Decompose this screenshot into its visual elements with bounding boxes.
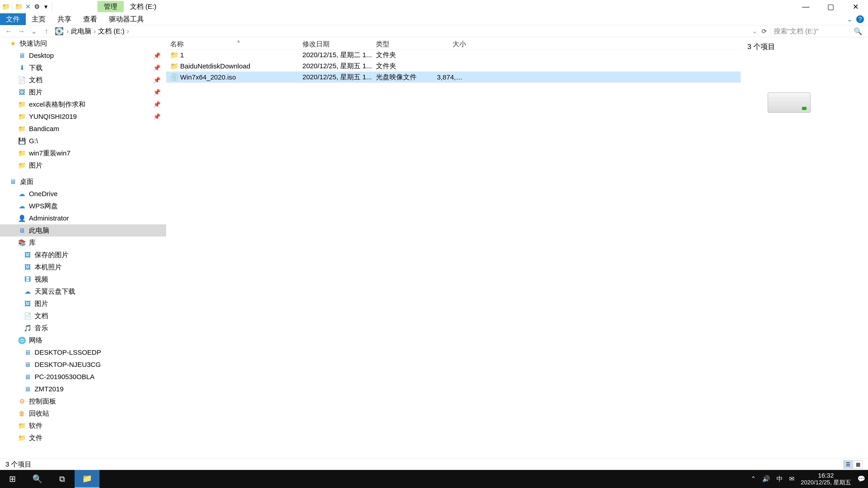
nav-quick-item[interactable]: 📄文档📌: [0, 74, 166, 86]
nav-quick-item[interactable]: 💾G:\: [0, 135, 166, 147]
title-location: 文档 (E:): [124, 1, 163, 12]
nav-library-item[interactable]: 🎵音乐: [0, 322, 166, 334]
nav-item[interactable]: ⚙控制面板: [0, 395, 166, 408]
nav-quick-item[interactable]: 📁Bandicam: [0, 123, 166, 135]
nav-item[interactable]: 📁文件: [0, 432, 166, 444]
nav-recent-dropdown[interactable]: ⌄: [29, 27, 39, 36]
nav-library-item[interactable]: 🖼图片: [0, 297, 166, 310]
system-tray[interactable]: ⌃ 🔊 中 ✉ 16:32 2020/12/25, 星期五 💬: [751, 472, 868, 486]
ribbon-tab-file[interactable]: 文件: [0, 13, 26, 25]
nav-back-button[interactable]: ←: [3, 27, 14, 36]
nav-item[interactable]: 🖥此电脑: [0, 224, 166, 236]
nav-item[interactable]: 🗑回收站: [0, 408, 166, 420]
address-bar: ← → ⌄ ↑ 💽 › 此电脑 › 文档 (E:) › ⌄ ⟳ 搜索"文档 (E…: [0, 25, 868, 37]
computer-icon: 🖥: [24, 361, 31, 368]
nav-quick-item[interactable]: 📁excel表格制作求和📌: [0, 98, 166, 110]
search-icon[interactable]: 🔍: [854, 27, 862, 35]
file-row[interactable]: 📁12020/12/15, 星期二 1...文件夹: [166, 50, 741, 61]
crumb-this-pc[interactable]: 此电脑: [71, 27, 91, 36]
search-placeholder: 搜索"文档 (E:)": [774, 27, 818, 36]
folder-icon: 📁: [18, 101, 26, 108]
nav-network-computer[interactable]: 🖥DESKTOP-LSSOEDP: [0, 346, 166, 359]
tray-volume-icon[interactable]: 🔊: [762, 475, 770, 483]
file-row[interactable]: 💿Win7x64_2020.iso2020/12/25, 星期五 1...光盘映…: [166, 72, 741, 83]
taskbar[interactable]: ⊞ 🔍 ⧉ 📁 ⌃ 🔊 中 ✉ 16:32 2020/12/25, 星期五 💬: [0, 470, 868, 488]
taskbar-search-button[interactable]: 🔍: [25, 470, 50, 488]
action-center-icon[interactable]: 💬: [857, 475, 865, 483]
maximize-button[interactable]: ▢: [818, 0, 843, 13]
sort-indicator-icon: ▴: [237, 38, 240, 44]
view-icons-button[interactable]: ▦: [854, 460, 863, 468]
nav-network-computer[interactable]: 🖥ZMT2019: [0, 383, 166, 395]
nav-quick-item[interactable]: 🖼图片📌: [0, 86, 166, 98]
ribbon-expand-icon[interactable]: ⌄: [847, 15, 852, 23]
help-icon[interactable]: ?: [856, 15, 864, 23]
col-type[interactable]: 类型: [372, 39, 433, 49]
ribbon-tab-share[interactable]: 共享: [52, 13, 77, 25]
nav-quick-item[interactable]: 📁win7重装win7: [0, 147, 166, 159]
nav-quick-access[interactable]: ★快速访问: [0, 37, 166, 50]
qat-dropdown-icon[interactable]: ▾: [42, 3, 50, 10]
title-contextual-tab[interactable]: 管理: [97, 1, 124, 12]
nav-network-computer[interactable]: 🖥PC-20190530OBLA: [0, 371, 166, 383]
nav-desktop[interactable]: 🖥桌面: [0, 175, 166, 188]
task-view-button[interactable]: ⧉: [50, 470, 74, 488]
nav-library-item[interactable]: ☁天翼云盘下载: [0, 285, 166, 297]
breadcrumb[interactable]: › 此电脑 › 文档 (E:) ›: [66, 27, 129, 36]
taskbar-clock[interactable]: 16:32 2020/12/25, 星期五: [801, 472, 851, 486]
clock-time: 16:32: [801, 472, 851, 479]
qat-properties-icon[interactable]: ⚙: [33, 3, 40, 10]
ribbon-tab-drive-tools[interactable]: 驱动器工具: [103, 13, 150, 25]
start-button[interactable]: ⊞: [0, 470, 25, 488]
column-headers[interactable]: 名称 修改日期 类型 大小: [166, 39, 741, 50]
crumb-drive[interactable]: 文档 (E:): [98, 27, 125, 36]
nav-item-icon: 📁: [18, 434, 26, 442]
tray-mail-icon[interactable]: ✉: [789, 475, 794, 483]
nav-library-item[interactable]: 🖼本机照片: [0, 261, 166, 273]
nav-up-button[interactable]: ↑: [41, 27, 52, 36]
folder-icon: 🖼: [18, 88, 26, 96]
close-button[interactable]: ✕: [843, 0, 868, 13]
tray-ime-indicator[interactable]: 中: [776, 475, 783, 483]
nav-quick-item[interactable]: 📁图片: [0, 159, 166, 171]
col-name[interactable]: 名称: [166, 39, 298, 49]
nav-item[interactable]: ☁WPS网盘: [0, 200, 166, 212]
search-input[interactable]: 搜索"文档 (E:)" 🔍: [771, 26, 865, 36]
qat-checked-folder-icon[interactable]: 📁: [15, 3, 22, 10]
col-date[interactable]: 修改日期: [298, 39, 372, 49]
library-icon: 🎞: [24, 275, 31, 283]
minimize-button[interactable]: —: [794, 0, 818, 13]
tray-overflow-icon[interactable]: ⌃: [751, 475, 756, 483]
navigation-pane[interactable]: ★快速访问 🖥Desktop📌⬇下载📌📄文档📌🖼图片📌📁excel表格制作求和📌…: [0, 37, 166, 459]
col-size[interactable]: 大小: [433, 39, 470, 49]
view-details-button[interactable]: ☰: [844, 460, 852, 468]
address-dropdown-icon[interactable]: ⌄: [752, 28, 757, 35]
nav-library-item[interactable]: 📄文档: [0, 310, 166, 322]
nav-library-item[interactable]: 🖼保存的图片: [0, 249, 166, 261]
ribbon-tab-home[interactable]: 主页: [26, 13, 52, 25]
nav-item[interactable]: 📚库: [0, 236, 166, 249]
file-row[interactable]: 📁BaiduNetdiskDownload2020/12/25, 星期五 1..…: [166, 61, 741, 72]
nav-item[interactable]: 📁软件: [0, 420, 166, 432]
ribbon-tab-view[interactable]: 查看: [77, 13, 103, 25]
nav-quick-item[interactable]: ⬇下载📌: [0, 62, 166, 74]
nav-library-item[interactable]: 🎞视频: [0, 273, 166, 285]
library-icon: 🖼: [24, 300, 31, 307]
refresh-button[interactable]: ⟳: [759, 28, 769, 35]
folder-icon: 📁: [170, 51, 178, 59]
nav-item[interactable]: ☁OneDrive: [0, 188, 166, 200]
nav-item-icon: 🖥: [18, 227, 26, 234]
pin-icon: 📌: [153, 89, 160, 96]
nav-network-computer[interactable]: 🖥DESKTOP-NJEU3CG: [0, 359, 166, 371]
nav-quick-item[interactable]: 📁YUNQISHI2019📌: [0, 110, 166, 123]
folder-icon: 📁: [18, 162, 26, 169]
folder-icon: 💾: [18, 137, 26, 145]
library-icon: 📄: [24, 312, 31, 320]
nav-quick-item[interactable]: 🖥Desktop📌: [0, 50, 166, 62]
nav-network[interactable]: 🌐网络: [0, 334, 166, 346]
nav-item[interactable]: 👤Administrator: [0, 212, 166, 224]
qat-close-icon[interactable]: ✕: [24, 3, 31, 10]
taskbar-explorer-button[interactable]: 📁: [74, 470, 99, 488]
nav-forward-button[interactable]: →: [16, 27, 27, 36]
file-list[interactable]: ▴ 名称 修改日期 类型 大小 📁12020/12/15, 星期二 1...文件…: [166, 37, 741, 459]
